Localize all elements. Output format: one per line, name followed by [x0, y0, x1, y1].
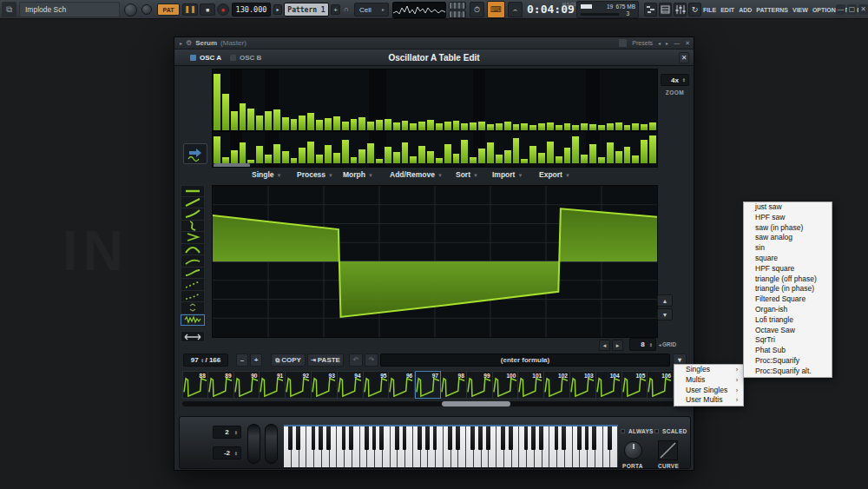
harmonic-bar[interactable]: [351, 119, 358, 130]
submenu-item-hpf-square[interactable]: HPF square: [744, 264, 832, 274]
piano-black-key[interactable]: [326, 426, 331, 450]
stop-button[interactable]: ■: [200, 3, 215, 16]
piano-black-key[interactable]: [555, 426, 559, 450]
harmonic-bar[interactable]: [624, 125, 631, 130]
paste-button[interactable]: ⇥ PASTE: [307, 354, 344, 367]
piano-black-key[interactable]: [395, 426, 399, 450]
piano-black-key[interactable]: [531, 426, 536, 450]
harmonic-bar[interactable]: [624, 147, 631, 163]
wavetable-frame-104[interactable]: 104: [596, 371, 622, 399]
harmonic-bar[interactable]: [556, 156, 562, 163]
piano-black-key[interactable]: [539, 426, 543, 450]
harmonic-bar[interactable]: [607, 123, 614, 130]
harmonic-bar[interactable]: [487, 142, 494, 163]
piano-white-key[interactable]: [588, 426, 595, 467]
harmonic-bar[interactable]: [231, 111, 238, 130]
tool-dotted-ramp[interactable]: [181, 279, 205, 291]
harmonics-zoom-spinner[interactable]: 4x ⇕: [661, 74, 689, 86]
harmonic-bar[interactable]: [376, 159, 383, 163]
submenu-item-saw-in-phase-[interactable]: saw (in phase): [744, 223, 832, 234]
harmonic-bar[interactable]: [547, 122, 554, 130]
wavetable-frame-96[interactable]: 96: [389, 371, 415, 399]
add-frame-button[interactable]: +: [250, 354, 262, 367]
piano-white-key[interactable]: [595, 426, 603, 467]
metronome-icon[interactable]: ⏱: [470, 2, 484, 17]
tool-arc-concave[interactable]: [181, 255, 205, 268]
menu-view[interactable]: VIEW: [792, 7, 808, 13]
remove-frame-button[interactable]: –: [236, 354, 248, 367]
piano-white-key[interactable]: [436, 426, 444, 467]
piano-black-key[interactable]: [478, 426, 483, 450]
harmonic-bar[interactable]: [521, 123, 528, 130]
piano-black-key[interactable]: [470, 426, 475, 450]
wavetable-frame-106[interactable]: 106: [648, 371, 674, 399]
tool-triangle-wave[interactable]: [181, 232, 205, 244]
submenu-item-saw-analog[interactable]: saw analog: [744, 233, 832, 243]
piano-black-key[interactable]: [577, 426, 582, 450]
piano-white-key[interactable]: [549, 426, 557, 467]
piano-white-key[interactable]: [527, 426, 535, 467]
submenu-item-phat-sub[interactable]: Phat Sub: [744, 346, 832, 356]
piano-black-key[interactable]: [456, 426, 460, 450]
prev-preset-icon[interactable]: ◂: [658, 40, 661, 46]
piano-black-key[interactable]: [608, 426, 612, 450]
master-volume-slider[interactable]: [449, 2, 466, 10]
harmonic-magnitude-bars[interactable]: [213, 69, 657, 132]
harmonic-bar[interactable]: [385, 119, 391, 130]
harmonic-bar[interactable]: [615, 122, 622, 130]
harmonic-phase-bars[interactable]: [213, 134, 657, 163]
submenu-item-organ-ish[interactable]: Organ-ish: [744, 305, 832, 315]
pat-song-switch[interactable]: PAT: [157, 3, 180, 16]
tool-ramp-line[interactable]: [181, 197, 205, 209]
harmonic-bar[interactable]: [410, 123, 417, 130]
punch-icon[interactable]: ⌢: [508, 2, 523, 17]
porta-always-led[interactable]: [621, 429, 625, 433]
piano-black-key[interactable]: [372, 426, 377, 450]
harmonic-bar[interactable]: [556, 125, 562, 130]
harmonic-bar[interactable]: [214, 136, 220, 163]
wavetable-frame-100[interactable]: 100: [493, 371, 519, 399]
tool-chevron-pair[interactable]: [181, 302, 205, 314]
harmonic-bar[interactable]: [632, 155, 639, 163]
playlist-icon[interactable]: [644, 3, 657, 17]
harmonic-bar[interactable]: [214, 74, 220, 130]
wavetable-frame-102[interactable]: 102: [544, 371, 570, 399]
harmonic-bar[interactable]: [325, 145, 332, 163]
next-frame-button[interactable]: ▸: [612, 340, 623, 351]
submenu-item-just-saw[interactable]: just saw: [744, 202, 832, 213]
harmonics-display[interactable]: [212, 69, 658, 168]
piano-black-key[interactable]: [342, 426, 346, 450]
piano-white-key[interactable]: [314, 426, 322, 467]
wavetable-frame-89[interactable]: 89: [208, 371, 234, 399]
piano-black-key[interactable]: [433, 426, 437, 450]
wavetable-frame-95[interactable]: 95: [364, 371, 390, 399]
harmonic-bar[interactable]: [265, 155, 272, 163]
main-volume-knob[interactable]: [124, 3, 137, 17]
piano-black-key[interactable]: [524, 426, 529, 450]
harmonic-bar[interactable]: [461, 140, 468, 163]
next-pattern-button[interactable]: ▸: [273, 4, 282, 15]
harmonic-bar[interactable]: [256, 146, 263, 163]
piano-black-key[interactable]: [509, 426, 513, 450]
harmonic-bar[interactable]: [547, 142, 554, 164]
menu-file[interactable]: FILE: [703, 7, 716, 13]
harmonic-bar[interactable]: [282, 117, 289, 130]
submenu-item-sqrtri[interactable]: SqrTri: [744, 335, 832, 346]
harmonic-bar[interactable]: [529, 125, 536, 130]
piano-white-key[interactable]: [557, 426, 565, 467]
harmonic-bar[interactable]: [461, 123, 468, 130]
piano-white-key[interactable]: [413, 426, 421, 467]
piano-black-key[interactable]: [562, 426, 566, 450]
record-button[interactable]: ●: [217, 3, 229, 16]
piano-white-key[interactable]: [352, 426, 360, 467]
submenu-item-filtered-square[interactable]: Filtered Square: [744, 294, 832, 305]
harmonic-bar[interactable]: [222, 94, 229, 130]
harmonic-bar[interactable]: [513, 138, 520, 163]
tool-curve-line[interactable]: [181, 208, 205, 221]
minimize-plugin-icon[interactable]: —: [674, 40, 680, 46]
piano-white-key[interactable]: [496, 426, 504, 467]
submenu-item-proc-squarify[interactable]: Proc:Squarify: [744, 356, 832, 367]
menu-edit[interactable]: EDIT: [720, 7, 734, 13]
tool-flat-line[interactable]: [181, 185, 205, 197]
porta-knob[interactable]: [624, 441, 642, 459]
